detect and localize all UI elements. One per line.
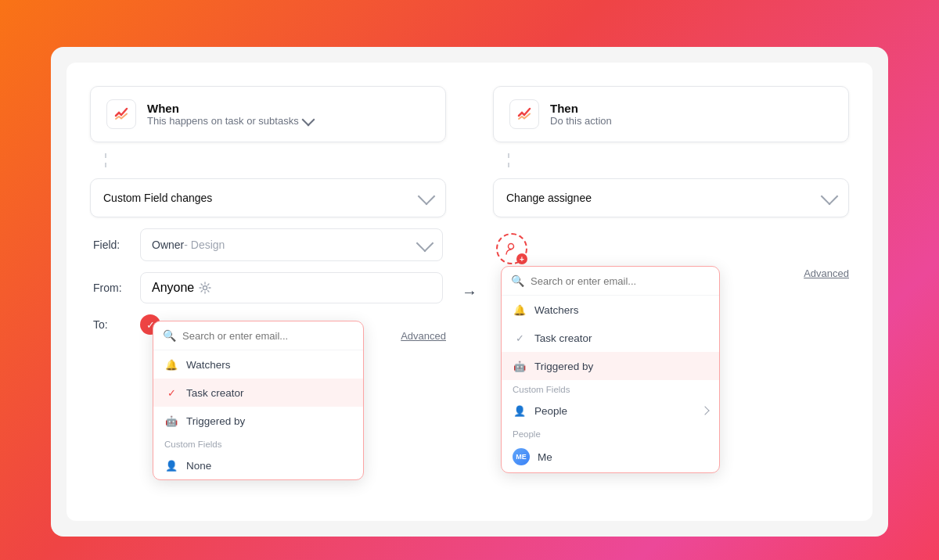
left-popup-watchers[interactable]: 🔔 Watchers [153, 350, 363, 379]
svg-point-1 [509, 244, 514, 249]
left-task-creator-text: Task creator [186, 387, 244, 399]
person-icon-left-none: 👤 [164, 458, 178, 472]
when-chevron-icon [301, 113, 315, 127]
from-value-content: Anyone [152, 281, 211, 295]
field-row: Field: Owner- Design [90, 228, 446, 261]
then-header-text: Then Do this action [550, 102, 612, 127]
field-label-text: Field: [93, 239, 132, 251]
from-row: From: Anyone [90, 272, 446, 303]
action-dropdown[interactable]: Change assignee [493, 178, 849, 217]
field-value-text: Owner- Design [152, 239, 225, 251]
right-dropdown-popup: 🔍 🔔 Watchers ✓ Task creator 🤖 Triggered … [501, 266, 720, 473]
field-chevron-icon [416, 235, 434, 253]
right-popup-task-creator[interactable]: ✓ Task creator [502, 324, 719, 352]
robot-icon-right-triggered: 🤖 [513, 359, 527, 373]
left-dropdown-popup: 🔍 🔔 Watchers ✓ Task creator 🤖 Triggered … [153, 321, 364, 480]
me-avatar: ME [513, 448, 530, 465]
svg-point-0 [203, 286, 207, 290]
left-popup-triggered-by[interactable]: 🤖 Triggered by [153, 407, 363, 435]
when-header-card[interactable]: When This happens on task or subtasks [90, 86, 446, 142]
person-add-icon [504, 241, 520, 257]
trigger-label: Custom Field changes [103, 192, 212, 204]
left-popup-none[interactable]: 👤 None [153, 451, 363, 479]
right-task-creator-text: Task creator [534, 332, 592, 344]
left-none-text: None [186, 460, 211, 472]
dotted-connector-left [105, 153, 446, 167]
plus-badge-icon: + [516, 253, 527, 264]
right-people-text: People [534, 405, 567, 417]
right-popup-me[interactable]: ME Me [502, 441, 719, 472]
right-panel: Then Do this action Change assignee + [493, 86, 849, 497]
trigger-dropdown[interactable]: Custom Field changes [90, 178, 446, 217]
from-label-text: From: [93, 282, 132, 294]
outer-card: When This happens on task or subtasks Cu… [51, 47, 888, 537]
arrow-icon: → [462, 283, 477, 301]
advanced-container-right: Advanced [804, 266, 849, 280]
when-subtitle: This happens on task or subtasks [147, 115, 313, 127]
trigger-chevron-icon [418, 188, 436, 206]
when-title: When [147, 102, 313, 115]
from-value-field[interactable]: Anyone [140, 272, 443, 303]
action-label: Change assignee [506, 192, 592, 204]
left-panel: When This happens on task or subtasks Cu… [90, 86, 446, 497]
right-popup-triggered-by[interactable]: 🤖 Triggered by [502, 352, 719, 380]
then-logo-icon [509, 99, 539, 129]
right-popup-watchers[interactable]: 🔔 Watchers [502, 296, 719, 324]
right-popup-people[interactable]: 👤 People [502, 397, 719, 425]
right-watchers-text: Watchers [534, 304, 579, 316]
action-chevron-icon [821, 188, 839, 206]
left-popup-search-row: 🔍 [153, 321, 363, 350]
robot-icon-left-triggered: 🤖 [164, 414, 178, 428]
advanced-link-left[interactable]: Advanced [401, 330, 446, 342]
then-title: Then [550, 102, 612, 115]
field-value-dropdown[interactable]: Owner- Design [140, 228, 443, 261]
right-people-section-label: People [502, 425, 719, 441]
right-custom-fields-label: Custom Fields [502, 380, 719, 397]
advanced-link-right[interactable]: Advanced [804, 267, 849, 279]
check-icon-left-task-creator: ✓ [164, 386, 178, 400]
add-person-button[interactable]: + [496, 233, 527, 264]
person-icon-right-people: 👤 [513, 404, 527, 418]
left-custom-fields-label: Custom Fields [153, 435, 363, 451]
when-logo-icon [106, 99, 136, 129]
left-triggered-text: Triggered by [186, 415, 245, 427]
right-search-input[interactable] [531, 275, 710, 287]
right-me-text: Me [538, 451, 552, 463]
then-header-card[interactable]: Then Do this action [493, 86, 849, 142]
bell-icon-right-watchers: 🔔 [513, 303, 527, 317]
right-search-icon: 🔍 [511, 275, 524, 287]
when-header-text: When This happens on task or subtasks [147, 102, 313, 127]
left-watchers-text: Watchers [186, 359, 231, 371]
check-icon-right-task-creator: ✓ [513, 331, 527, 345]
then-subtitle: Do this action [550, 115, 612, 127]
to-label-text: To: [93, 318, 132, 331]
left-search-input[interactable] [182, 330, 354, 342]
dotted-connector-right [508, 153, 849, 167]
inner-white: When This happens on task or subtasks Cu… [67, 63, 872, 521]
left-search-icon: 🔍 [163, 329, 176, 342]
advanced-container-left: Advanced [401, 328, 446, 343]
gear-icon [199, 282, 211, 294]
bell-icon-left-watchers: 🔔 [164, 357, 178, 372]
chevron-right-icon [700, 406, 709, 415]
left-popup-task-creator[interactable]: ✓ Task creator [153, 379, 363, 407]
right-triggered-text: Triggered by [534, 361, 593, 372]
right-popup-search-row: 🔍 [502, 267, 719, 296]
